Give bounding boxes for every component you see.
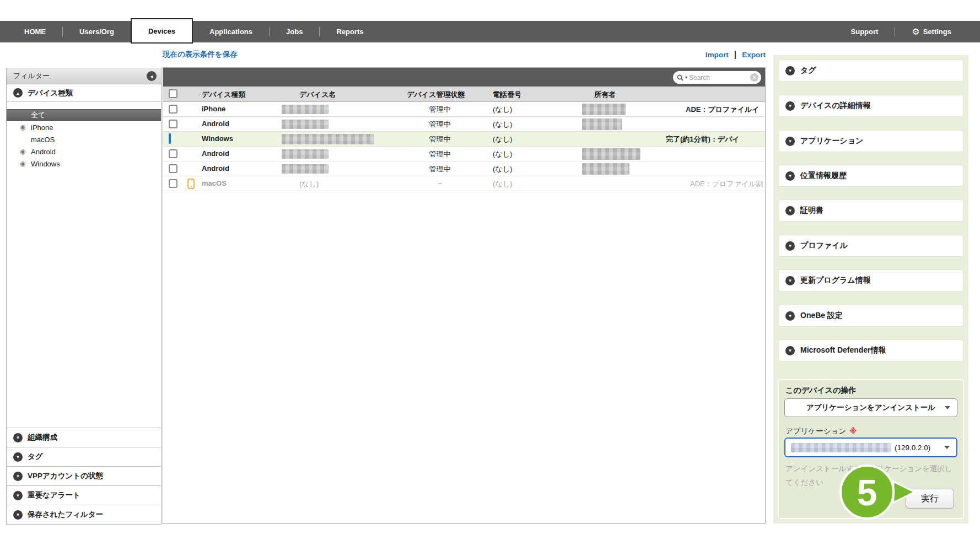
- nav-settings[interactable]: ⚙ Settings: [895, 21, 968, 42]
- nav-applications[interactable]: Applications: [193, 21, 269, 42]
- cell-device-type: Android: [202, 164, 229, 172]
- step-5-badge: 5: [833, 464, 929, 527]
- device-type-windows[interactable]: ◉ Windows: [7, 158, 161, 170]
- required-mark: ※: [849, 427, 857, 435]
- device-type-label: macOS: [31, 136, 55, 144]
- column-owner: 所有者: [594, 90, 616, 100]
- cell-note: ADE：プロファイルイ: [686, 105, 765, 115]
- table-row-selected[interactable]: Windows 管理中 (なし) 完了(約1分前)：デバイ: [163, 132, 765, 147]
- gear-icon: ⚙: [912, 26, 919, 37]
- step-number: 5: [857, 472, 877, 513]
- chevron-down-icon: ▾: [13, 510, 23, 520]
- nav-home[interactable]: HOME: [8, 21, 62, 42]
- top-navbar: HOME Users/Org Devices Applications Jobs…: [0, 21, 980, 42]
- accordion-applications[interactable]: ▾ アプリケーション: [779, 131, 963, 152]
- spacer: [7, 102, 161, 109]
- section-label: 組織構成: [28, 433, 57, 442]
- section-vpp-account[interactable]: ▾ VPPアカウントの状態: [7, 466, 161, 485]
- accordion-update-programs[interactable]: ▾ 更新プログラム情報: [779, 270, 963, 291]
- section-label: タグ: [28, 452, 43, 462]
- section-critical-alerts[interactable]: ▾ 重要なアラート: [7, 485, 161, 505]
- operation-action-select[interactable]: アプリケーションをアンインストール: [784, 398, 957, 417]
- device-type-label: Android: [31, 148, 56, 156]
- column-management-status: デバイス管理状態: [407, 90, 465, 100]
- column-device-type: デバイス種類: [202, 90, 245, 100]
- row-checkbox-checked[interactable]: [169, 133, 171, 144]
- filter-sidebar: フィルター ◂ ▴ デバイス種類 全て ◉ iPhone macOS ◉ And…: [6, 68, 161, 525]
- nav-reports[interactable]: Reports: [320, 21, 380, 42]
- table-row-unmanaged[interactable]: macOS (なし) – (なし) ADE：プロファイル割: [163, 176, 765, 191]
- search-clear-icon[interactable]: ✕: [750, 73, 758, 82]
- accordion-tags[interactable]: ▾ タグ: [779, 60, 963, 81]
- row-checkbox[interactable]: [169, 105, 177, 114]
- device-table: ▾ ✕ デバイス種類 デバイス名 デバイス管理状態 電話番号 所有者 iPhon…: [163, 67, 766, 524]
- settings-label: Settings: [923, 28, 951, 36]
- row-checkbox[interactable]: [169, 164, 177, 173]
- nav-devices-active-tab[interactable]: Devices: [131, 18, 193, 44]
- chevron-down-icon: [944, 446, 950, 449]
- application-label: アプリケーション※: [785, 426, 857, 436]
- search-filter-caret-icon[interactable]: ▾: [685, 75, 687, 80]
- cell-note: 完了(約1分前)：デバイ: [666, 134, 765, 144]
- cell-status: 管理中: [407, 149, 473, 159]
- sidebar-bottom-sections: ▾ 組織構成 ▾ タグ ▾ VPPアカウントの状態 ▾ 重要なアラート ▾ 保存…: [7, 428, 161, 524]
- accordion-onebe-settings[interactable]: ▾ OneBe 設定: [779, 305, 963, 326]
- table-row[interactable]: iPhone 管理中 (なし) ADE：プロファイルイ: [163, 102, 765, 117]
- device-type-android[interactable]: ◉ Android: [7, 145, 161, 158]
- export-link[interactable]: Export: [742, 51, 766, 59]
- nav-jobs[interactable]: Jobs: [270, 21, 319, 42]
- accordion-microsoft-defender[interactable]: ▾ Microsoft Defender情報: [779, 340, 963, 361]
- section-tags[interactable]: ▾ タグ: [7, 447, 161, 466]
- chevron-down-icon: ▾: [785, 311, 795, 321]
- redacted-device-name: [282, 149, 329, 159]
- accordion-device-details[interactable]: ▾ デバイスの詳細情報: [779, 95, 963, 116]
- accordion-profiles[interactable]: ▾ プロファイル: [779, 235, 963, 256]
- row-checkbox[interactable]: [169, 149, 177, 158]
- device-phone-icon: [187, 179, 195, 189]
- accordion-label: アプリケーション: [800, 136, 863, 146]
- redacted-owner: [582, 163, 629, 175]
- cell-note: ADE：プロファイル割: [690, 179, 765, 189]
- nav-support[interactable]: Support: [834, 21, 895, 42]
- chevron-down-icon: ▾: [13, 491, 23, 500]
- chevron-down-icon: ▾: [785, 241, 795, 251]
- chevron-down-icon: ▾: [785, 171, 795, 181]
- accordion-certificates[interactable]: ▾ 証明書: [779, 200, 963, 221]
- operation-action-value: アプリケーションをアンインストール: [806, 403, 935, 413]
- table-row[interactable]: Android 管理中 (なし): [163, 117, 765, 132]
- application-select[interactable]: (129.0.2.0): [784, 437, 957, 457]
- cell-phone: (なし): [493, 149, 512, 159]
- accordion-location-history[interactable]: ▾ 位置情報履歴: [779, 165, 963, 186]
- select-all-checkbox[interactable]: [169, 89, 177, 98]
- redacted-owner: [582, 148, 640, 160]
- chevron-down-icon: ▾: [785, 206, 795, 215]
- device-type-iphone[interactable]: ◉ iPhone: [7, 121, 161, 133]
- table-row[interactable]: Android 管理中 (なし): [163, 161, 765, 176]
- save-view-link[interactable]: 現在の表示条件を保存: [163, 50, 238, 60]
- device-type-label: iPhone: [31, 123, 53, 132]
- device-type-all[interactable]: 全て: [7, 109, 161, 121]
- chevron-down-icon: [945, 406, 950, 409]
- row-checkbox[interactable]: [169, 120, 177, 128]
- accordion-label: タグ: [800, 66, 816, 75]
- nav-users-org[interactable]: Users/Org: [63, 21, 131, 42]
- section-saved-filters[interactable]: ▾ 保存されたフィルター: [7, 505, 161, 524]
- link-separator: |: [734, 50, 736, 60]
- redacted-device-name: [282, 120, 329, 129]
- device-type-macos[interactable]: macOS: [7, 133, 161, 145]
- cell-phone: (なし): [493, 134, 512, 144]
- cell-device-type: Windows: [202, 134, 233, 143]
- section-organization[interactable]: ▾ 組織構成: [7, 428, 161, 447]
- sidebar-collapse-button[interactable]: ◂: [147, 71, 157, 81]
- row-checkbox[interactable]: [169, 179, 177, 188]
- accordion-label: 証明書: [800, 206, 823, 215]
- section-device-type[interactable]: ▴ デバイス種類: [7, 84, 161, 102]
- table-row[interactable]: Android 管理中 (なし): [163, 147, 765, 161]
- redacted-device-name: [282, 134, 374, 144]
- search-box[interactable]: ▾ ✕: [673, 71, 761, 84]
- import-link[interactable]: Import: [706, 51, 729, 59]
- search-input[interactable]: [689, 74, 749, 82]
- cell-status: 管理中: [407, 134, 473, 144]
- column-device-name: デバイス名: [299, 90, 336, 100]
- chevron-down-icon: ▾: [13, 472, 23, 481]
